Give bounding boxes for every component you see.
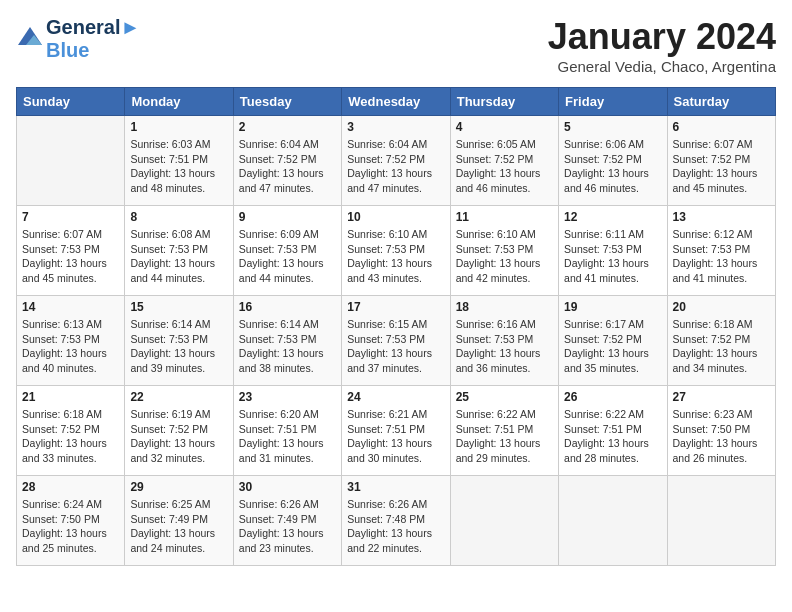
day-info: Sunrise: 6:04 AM Sunset: 7:52 PM Dayligh… (239, 137, 336, 196)
day-number: 16 (239, 300, 336, 314)
day-number: 13 (673, 210, 770, 224)
day-number: 8 (130, 210, 227, 224)
day-info: Sunrise: 6:18 AM Sunset: 7:52 PM Dayligh… (22, 407, 119, 466)
calendar-week-2: 7Sunrise: 6:07 AM Sunset: 7:53 PM Daylig… (17, 206, 776, 296)
logo: General► Blue (16, 16, 140, 62)
day-number: 1 (130, 120, 227, 134)
calendar-cell: 14Sunrise: 6:13 AM Sunset: 7:53 PM Dayli… (17, 296, 125, 386)
day-number: 18 (456, 300, 553, 314)
weekday-header-sunday: Sunday (17, 88, 125, 116)
day-info: Sunrise: 6:20 AM Sunset: 7:51 PM Dayligh… (239, 407, 336, 466)
day-info: Sunrise: 6:12 AM Sunset: 7:53 PM Dayligh… (673, 227, 770, 286)
calendar-cell: 23Sunrise: 6:20 AM Sunset: 7:51 PM Dayli… (233, 386, 341, 476)
calendar-cell (450, 476, 558, 566)
day-number: 30 (239, 480, 336, 494)
calendar-cell (559, 476, 667, 566)
day-info: Sunrise: 6:08 AM Sunset: 7:53 PM Dayligh… (130, 227, 227, 286)
calendar-cell: 3Sunrise: 6:04 AM Sunset: 7:52 PM Daylig… (342, 116, 450, 206)
calendar-cell: 5Sunrise: 6:06 AM Sunset: 7:52 PM Daylig… (559, 116, 667, 206)
day-number: 3 (347, 120, 444, 134)
day-number: 12 (564, 210, 661, 224)
day-info: Sunrise: 6:17 AM Sunset: 7:52 PM Dayligh… (564, 317, 661, 376)
day-number: 11 (456, 210, 553, 224)
calendar-cell: 26Sunrise: 6:22 AM Sunset: 7:51 PM Dayli… (559, 386, 667, 476)
calendar-cell: 16Sunrise: 6:14 AM Sunset: 7:53 PM Dayli… (233, 296, 341, 386)
day-number: 17 (347, 300, 444, 314)
calendar-cell: 20Sunrise: 6:18 AM Sunset: 7:52 PM Dayli… (667, 296, 775, 386)
day-number: 5 (564, 120, 661, 134)
calendar-cell: 7Sunrise: 6:07 AM Sunset: 7:53 PM Daylig… (17, 206, 125, 296)
day-number: 7 (22, 210, 119, 224)
day-info: Sunrise: 6:05 AM Sunset: 7:52 PM Dayligh… (456, 137, 553, 196)
day-number: 29 (130, 480, 227, 494)
day-info: Sunrise: 6:18 AM Sunset: 7:52 PM Dayligh… (673, 317, 770, 376)
weekday-header-monday: Monday (125, 88, 233, 116)
day-number: 26 (564, 390, 661, 404)
calendar-cell (17, 116, 125, 206)
day-info: Sunrise: 6:23 AM Sunset: 7:50 PM Dayligh… (673, 407, 770, 466)
day-number: 28 (22, 480, 119, 494)
day-number: 24 (347, 390, 444, 404)
calendar-cell: 29Sunrise: 6:25 AM Sunset: 7:49 PM Dayli… (125, 476, 233, 566)
calendar-cell: 27Sunrise: 6:23 AM Sunset: 7:50 PM Dayli… (667, 386, 775, 476)
day-info: Sunrise: 6:24 AM Sunset: 7:50 PM Dayligh… (22, 497, 119, 556)
day-info: Sunrise: 6:19 AM Sunset: 7:52 PM Dayligh… (130, 407, 227, 466)
day-info: Sunrise: 6:14 AM Sunset: 7:53 PM Dayligh… (130, 317, 227, 376)
day-info: Sunrise: 6:15 AM Sunset: 7:53 PM Dayligh… (347, 317, 444, 376)
day-info: Sunrise: 6:16 AM Sunset: 7:53 PM Dayligh… (456, 317, 553, 376)
calendar-cell: 12Sunrise: 6:11 AM Sunset: 7:53 PM Dayli… (559, 206, 667, 296)
logo-icon (16, 25, 44, 53)
weekday-header-wednesday: Wednesday (342, 88, 450, 116)
day-number: 25 (456, 390, 553, 404)
day-number: 14 (22, 300, 119, 314)
calendar-cell: 10Sunrise: 6:10 AM Sunset: 7:53 PM Dayli… (342, 206, 450, 296)
page-header: General► Blue January 2024 General Vedia… (16, 16, 776, 75)
weekday-header-saturday: Saturday (667, 88, 775, 116)
day-info: Sunrise: 6:22 AM Sunset: 7:51 PM Dayligh… (456, 407, 553, 466)
calendar-table: SundayMondayTuesdayWednesdayThursdayFrid… (16, 87, 776, 566)
calendar-cell: 4Sunrise: 6:05 AM Sunset: 7:52 PM Daylig… (450, 116, 558, 206)
calendar-cell: 13Sunrise: 6:12 AM Sunset: 7:53 PM Dayli… (667, 206, 775, 296)
logo-text: General► Blue (46, 16, 140, 62)
day-info: Sunrise: 6:26 AM Sunset: 7:49 PM Dayligh… (239, 497, 336, 556)
calendar-cell: 17Sunrise: 6:15 AM Sunset: 7:53 PM Dayli… (342, 296, 450, 386)
day-number: 2 (239, 120, 336, 134)
location-subtitle: General Vedia, Chaco, Argentina (548, 58, 776, 75)
day-number: 15 (130, 300, 227, 314)
calendar-week-4: 21Sunrise: 6:18 AM Sunset: 7:52 PM Dayli… (17, 386, 776, 476)
day-info: Sunrise: 6:09 AM Sunset: 7:53 PM Dayligh… (239, 227, 336, 286)
day-number: 4 (456, 120, 553, 134)
calendar-cell: 28Sunrise: 6:24 AM Sunset: 7:50 PM Dayli… (17, 476, 125, 566)
day-info: Sunrise: 6:14 AM Sunset: 7:53 PM Dayligh… (239, 317, 336, 376)
day-info: Sunrise: 6:13 AM Sunset: 7:53 PM Dayligh… (22, 317, 119, 376)
calendar-cell: 2Sunrise: 6:04 AM Sunset: 7:52 PM Daylig… (233, 116, 341, 206)
calendar-cell: 22Sunrise: 6:19 AM Sunset: 7:52 PM Dayli… (125, 386, 233, 476)
day-number: 9 (239, 210, 336, 224)
calendar-cell: 31Sunrise: 6:26 AM Sunset: 7:48 PM Dayli… (342, 476, 450, 566)
day-info: Sunrise: 6:11 AM Sunset: 7:53 PM Dayligh… (564, 227, 661, 286)
calendar-cell: 1Sunrise: 6:03 AM Sunset: 7:51 PM Daylig… (125, 116, 233, 206)
day-info: Sunrise: 6:04 AM Sunset: 7:52 PM Dayligh… (347, 137, 444, 196)
day-info: Sunrise: 6:22 AM Sunset: 7:51 PM Dayligh… (564, 407, 661, 466)
calendar-cell: 9Sunrise: 6:09 AM Sunset: 7:53 PM Daylig… (233, 206, 341, 296)
day-info: Sunrise: 6:10 AM Sunset: 7:53 PM Dayligh… (347, 227, 444, 286)
calendar-cell: 15Sunrise: 6:14 AM Sunset: 7:53 PM Dayli… (125, 296, 233, 386)
day-number: 10 (347, 210, 444, 224)
weekday-header-row: SundayMondayTuesdayWednesdayThursdayFrid… (17, 88, 776, 116)
day-info: Sunrise: 6:26 AM Sunset: 7:48 PM Dayligh… (347, 497, 444, 556)
day-number: 20 (673, 300, 770, 314)
day-number: 19 (564, 300, 661, 314)
calendar-week-5: 28Sunrise: 6:24 AM Sunset: 7:50 PM Dayli… (17, 476, 776, 566)
weekday-header-thursday: Thursday (450, 88, 558, 116)
day-number: 6 (673, 120, 770, 134)
calendar-cell: 25Sunrise: 6:22 AM Sunset: 7:51 PM Dayli… (450, 386, 558, 476)
day-number: 23 (239, 390, 336, 404)
calendar-week-3: 14Sunrise: 6:13 AM Sunset: 7:53 PM Dayli… (17, 296, 776, 386)
day-info: Sunrise: 6:25 AM Sunset: 7:49 PM Dayligh… (130, 497, 227, 556)
day-number: 21 (22, 390, 119, 404)
calendar-week-1: 1Sunrise: 6:03 AM Sunset: 7:51 PM Daylig… (17, 116, 776, 206)
day-info: Sunrise: 6:21 AM Sunset: 7:51 PM Dayligh… (347, 407, 444, 466)
calendar-cell: 30Sunrise: 6:26 AM Sunset: 7:49 PM Dayli… (233, 476, 341, 566)
day-number: 31 (347, 480, 444, 494)
calendar-cell: 8Sunrise: 6:08 AM Sunset: 7:53 PM Daylig… (125, 206, 233, 296)
